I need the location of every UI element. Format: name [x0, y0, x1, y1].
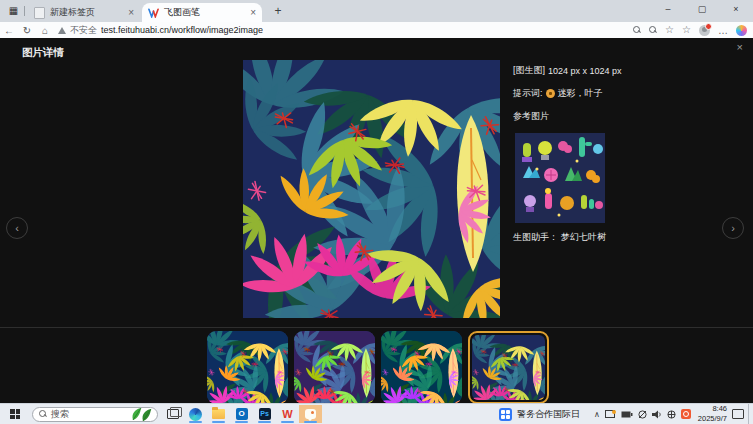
prompt-text: 迷彩，叶子: [558, 87, 603, 100]
thumbnail-1[interactable]: [207, 331, 288, 404]
tab-divider: [24, 6, 25, 16]
thumbnail-3[interactable]: [381, 331, 462, 404]
widgets-label: 警务合作国际日: [517, 408, 580, 421]
thumbnail-strip-divider: [0, 327, 753, 328]
tab-close-icon[interactable]: ×: [128, 7, 134, 18]
windows-logo-icon: [10, 409, 20, 419]
prompt-row: 提示词: 迷彩，叶子: [513, 87, 622, 100]
close-window-button[interactable]: ×: [719, 0, 753, 20]
window-controls: – ▢ ×: [651, 0, 753, 20]
search-placeholder: 搜索: [51, 408, 69, 421]
input-method-tray-icon[interactable]: [667, 410, 676, 419]
image-size-row: [图生图] 1024 px x 1024 px: [513, 64, 622, 77]
image-metadata-panel: [图生图] 1024 px x 1024 px 提示词: 迷彩，叶子 参考图片 …: [513, 64, 622, 254]
battery-tray-icon[interactable]: [621, 411, 633, 418]
tab-close-icon[interactable]: ×: [250, 7, 256, 18]
back-icon[interactable]: ←: [0, 25, 18, 36]
dialog-title: 图片详情: [22, 46, 64, 60]
next-image-button[interactable]: ›: [722, 217, 744, 239]
sogou-input-tray-icon[interactable]: [681, 409, 691, 419]
thumbnail-4-selected[interactable]: [468, 331, 549, 404]
task-view-icon: [167, 409, 179, 419]
workspaces-icon[interactable]: ▦: [6, 4, 21, 18]
minimize-button[interactable]: –: [651, 0, 685, 20]
security-label: 不安全: [70, 24, 97, 37]
action-center-icon[interactable]: [732, 409, 744, 419]
zoom-icon[interactable]: [649, 26, 657, 34]
taskbar-app-edge[interactable]: [184, 405, 207, 423]
feitu-favicon-icon: [148, 8, 159, 18]
reference-label: 参考图片: [513, 110, 549, 123]
outlook-icon: O: [236, 408, 248, 420]
search-leaf-decoration-icon: [129, 406, 155, 422]
tab-new-tab-page[interactable]: 新建标签页 ×: [28, 3, 140, 22]
task-view-button[interactable]: [162, 405, 184, 423]
new-tab-button[interactable]: +: [270, 4, 286, 20]
profile-avatar[interactable]: [699, 25, 710, 36]
volume-tray-icon[interactable]: [652, 410, 662, 419]
url-text[interactable]: test.feituhuabi.cn/workflow/image2image: [101, 25, 263, 35]
tab-label: 新建标签页: [50, 6, 95, 19]
prompt-label: 提示词:: [513, 87, 543, 100]
dialog-close-icon[interactable]: ×: [737, 41, 743, 53]
home-icon[interactable]: ⌂: [36, 25, 54, 36]
toolbar-actions: ☆ ☆ …: [633, 25, 747, 36]
browser-menu-icon[interactable]: …: [718, 25, 728, 36]
previous-image-button[interactable]: ‹: [6, 217, 28, 239]
taskbar-app-photoshop[interactable]: Ps: [253, 405, 276, 423]
taskbar-app-outlook[interactable]: O: [230, 405, 253, 423]
browser-tab-strip: ▦ 新建标签页 × 飞图画笔 × + – ▢ ×: [0, 0, 753, 22]
taskbar-app-file-explorer[interactable]: [207, 405, 230, 423]
reference-label-row: 参考图片: [513, 110, 622, 123]
taskbar-app-wps[interactable]: W: [276, 405, 299, 423]
windows-taskbar: 搜索 O Ps W 警务合作国际日 ∧: [0, 403, 753, 424]
wps-icon: W: [282, 409, 292, 420]
screen-capture-tray-icon[interactable]: [605, 410, 616, 419]
assistant-name: 梦幻七叶树: [561, 231, 606, 244]
generated-image: [243, 60, 500, 318]
folder-icon: [212, 409, 225, 419]
thumbnail-strip: [207, 331, 549, 404]
page-favicon-icon: [34, 7, 45, 19]
assistant-row: 生图助手： 梦幻七叶树: [513, 231, 622, 244]
refresh-icon[interactable]: ↻: [18, 25, 36, 36]
address-bar[interactable]: 不安全 test.feituhuabi.cn/workflow/image2im…: [58, 24, 633, 37]
tab-feitu-huabi[interactable]: 飞图画笔 ×: [142, 3, 262, 22]
image-size: 1024 px x 1024 px: [548, 66, 622, 76]
image-detail-dialog: 图片详情 × ‹ › [图生图] 1024 px x 1024 px 提示词: …: [0, 38, 753, 404]
mode-badge: [图生图]: [513, 64, 545, 77]
browser-toolbar: ← ↻ ⌂ 不安全 test.feituhuabi.cn/workflow/im…: [0, 22, 753, 38]
maximize-button[interactable]: ▢: [685, 0, 719, 20]
widgets-button[interactable]: 警务合作国际日: [499, 408, 580, 421]
taskbar-clock[interactable]: 8:46 2025/9/7: [698, 404, 727, 424]
tab-label: 飞图画笔: [164, 6, 200, 19]
copilot-icon[interactable]: [736, 25, 747, 36]
reference-image[interactable]: [515, 133, 605, 223]
taskbar-search-input[interactable]: 搜索: [32, 407, 158, 422]
show-desktop-button[interactable]: [748, 404, 753, 424]
copy-prompt-icon[interactable]: [546, 89, 555, 98]
start-button[interactable]: [0, 404, 30, 424]
assistant-label: 生图助手：: [513, 231, 558, 244]
taskbar-app-messenger-active[interactable]: [299, 405, 322, 423]
find-on-page-icon[interactable]: [633, 26, 641, 34]
clock-date: 2025/9/7: [698, 414, 727, 424]
tray-expand-icon[interactable]: ∧: [594, 410, 600, 419]
chat-app-icon: [305, 409, 316, 419]
thumbnail-2[interactable]: [294, 331, 375, 404]
collections-icon[interactable]: ☆: [682, 25, 691, 35]
clock-time: 8:46: [698, 404, 727, 414]
security-warning-icon: [58, 27, 66, 34]
system-tray: ∧: [594, 409, 691, 419]
widgets-icon: [499, 408, 512, 421]
favorite-star-icon[interactable]: ☆: [665, 25, 674, 35]
photoshop-icon: Ps: [259, 408, 271, 420]
network-tray-icon[interactable]: [638, 410, 647, 419]
desktop-screen: ▦ 新建标签页 × 飞图画笔 × + – ▢ × ← ↻ ⌂ 不安全: [0, 0, 753, 424]
search-icon: [39, 410, 47, 418]
edge-icon: [189, 408, 202, 421]
